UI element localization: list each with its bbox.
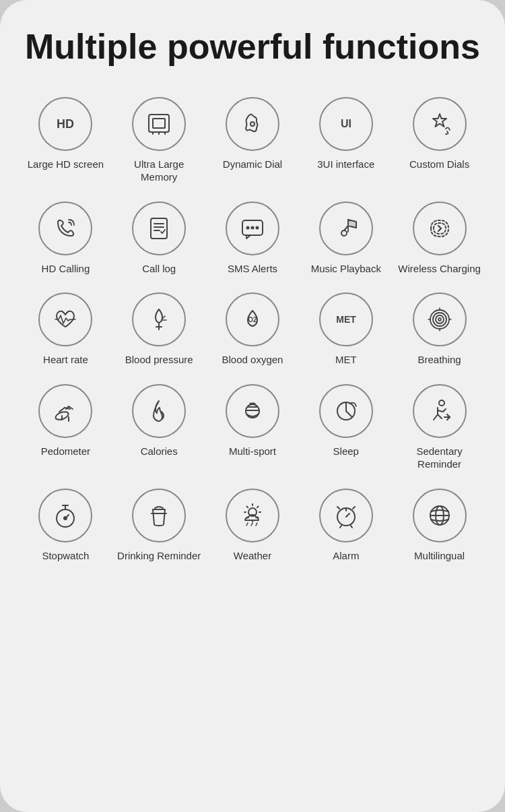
feature-alarm: Alarm (300, 483, 391, 568)
sleep-icon (331, 396, 362, 427)
svg-line-54 (246, 506, 248, 507)
svg-line-67 (351, 526, 352, 528)
svg-point-14 (251, 226, 253, 228)
svg-point-23 (433, 313, 446, 326)
sms-icon (237, 213, 268, 244)
svg-point-25 (438, 318, 441, 321)
sleep-label: Sleep (333, 445, 359, 458)
feature-wireless-charging: Wireless Charging (394, 196, 485, 281)
dynamic-dial-label: Dynamic Dial (223, 158, 282, 171)
weather-icon (237, 500, 268, 531)
svg-line-58 (246, 523, 248, 526)
alarm-icon (331, 500, 362, 531)
breathing-icon-circle (413, 292, 467, 346)
weather-label: Weather (234, 549, 271, 563)
sms-alerts-label: SMS Alerts (228, 262, 277, 276)
pedometer-label: Pedometer (41, 445, 90, 458)
custom-dials-icon (424, 108, 455, 139)
svg-line-59 (251, 523, 252, 526)
sedentary-reminder-label: Sedentary Reminder (397, 445, 482, 471)
feature-blood-oxygen: O2 Blood oxygen (207, 287, 298, 372)
svg-point-24 (436, 315, 444, 323)
dynamic-dial-icon-circle (226, 97, 279, 151)
breathing-icon (424, 304, 455, 335)
wireless-icon (424, 213, 455, 244)
svg-text:UI: UI (341, 118, 351, 129)
svg-line-17 (344, 226, 348, 230)
heart-rate-label: Heart rate (43, 353, 88, 367)
svg-rect-1 (149, 115, 169, 132)
stopwatch-label: Stopwatch (42, 549, 89, 563)
feature-music-playback: Music Playback (300, 196, 391, 281)
svg-line-63 (346, 513, 349, 517)
sedentary-icon (424, 396, 455, 427)
feature-sedentary-reminder: Sedentary Reminder (394, 379, 485, 476)
calling-icon (50, 213, 81, 244)
multilingual-icon-circle (413, 489, 467, 542)
call-log-label: Call log (142, 262, 176, 276)
wireless-charging-icon-circle (413, 201, 467, 255)
music-playback-label: Music Playback (311, 262, 381, 276)
stopwatch-icon-circle (38, 489, 92, 542)
pedometer-icon (50, 396, 81, 427)
drinking-reminder-label: Drinking Reminder (117, 549, 201, 563)
sedentary-reminder-icon-circle (413, 384, 467, 438)
calories-icon (143, 396, 174, 427)
multi-sport-label: Multi-sport (229, 445, 276, 458)
stopwatch-icon (50, 500, 81, 531)
pedometer-icon-circle (38, 384, 92, 438)
custom-dials-label: Custom Dials (409, 158, 469, 171)
feature-blood-pressure: Blood pressure (114, 287, 205, 372)
feature-stopwatch: Stopwatch (20, 483, 111, 568)
svg-point-6 (250, 122, 255, 126)
multi-sport-icon (237, 396, 268, 427)
feature-sleep: Sleep (300, 379, 391, 476)
met-icon-circle: MET (319, 292, 373, 346)
page-title: Multiple powerful functions (25, 27, 480, 67)
alarm-label: Alarm (333, 549, 359, 563)
blood-oxygen-label: Blood oxygen (222, 353, 283, 367)
drinking-icon (143, 500, 174, 531)
alarm-icon-circle (319, 489, 373, 542)
feature-hd-calling: HD Calling (20, 196, 111, 281)
calories-icon-circle (132, 384, 186, 438)
sms-alerts-icon-circle (226, 201, 279, 255)
ultra-large-memory-label: Ultra Large Memory (116, 158, 202, 184)
dynamic-dial-icon (237, 108, 268, 139)
feature-pedometer: Pedometer (20, 379, 111, 476)
blood-pressure-icon (143, 304, 174, 335)
hd-calling-label: HD Calling (42, 262, 90, 276)
blood-pressure-label: Blood pressure (125, 353, 193, 367)
feature-weather: Weather (207, 483, 298, 568)
drinking-reminder-icon-circle (132, 489, 186, 542)
feature-3ui-interface: UI 3UI interface (300, 92, 391, 189)
feature-heart-rate: Heart rate (20, 287, 111, 372)
svg-point-13 (246, 226, 248, 228)
calories-label: Calories (141, 445, 178, 458)
large-hd-screen-icon-circle: HD (38, 97, 92, 151)
met-icon: MET (331, 304, 362, 335)
svg-point-47 (64, 517, 67, 520)
feature-sms-alerts: SMS Alerts (207, 196, 298, 281)
feature-custom-dials: Custom Dials (394, 92, 485, 189)
ui-icon: UI (331, 108, 362, 139)
svg-rect-2 (153, 119, 165, 128)
met-label: MET (335, 353, 357, 367)
feature-call-log: Call log (114, 196, 205, 281)
feature-ultra-large-memory: Ultra Large Memory (114, 92, 205, 189)
feature-dynamic-dial: Dynamic Dial (207, 92, 298, 189)
svg-text:MET: MET (336, 314, 356, 325)
svg-line-64 (337, 507, 339, 509)
feature-drinking-reminder: Drinking Reminder (114, 483, 205, 568)
3ui-interface-icon-circle: UI (319, 97, 373, 151)
3ui-interface-label: 3UI interface (317, 158, 374, 171)
heart-rate-icon (50, 304, 81, 335)
music-playback-icon-circle (319, 201, 373, 255)
weather-icon-circle (226, 489, 279, 542)
svg-line-60 (256, 523, 257, 526)
feature-breathing: Breathing (394, 287, 485, 372)
svg-line-66 (340, 526, 341, 528)
blood-pressure-icon-circle (132, 292, 186, 346)
blood-oxygen-icon: O2 (237, 304, 268, 335)
music-icon (331, 213, 362, 244)
